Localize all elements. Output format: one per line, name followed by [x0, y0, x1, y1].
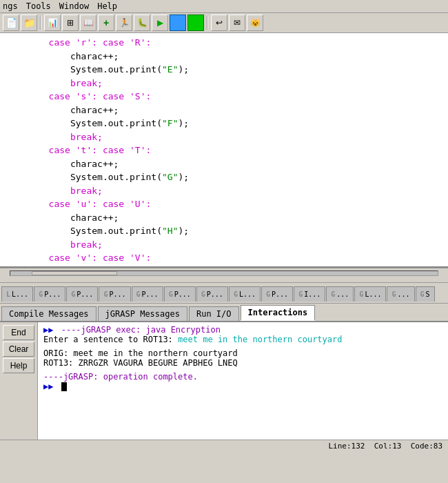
- play-btn[interactable]: ▶: [152, 14, 168, 31]
- file-tabs: LL... GP... GP... GP... GP... GP... GP..…: [0, 283, 448, 304]
- smile-btn[interactable]: 😺: [247, 14, 263, 31]
- cursor-blink: [61, 382, 67, 391]
- input-text: meet me in the northern courtyard: [178, 335, 342, 344]
- menu-help[interactable]: Help: [97, 1, 117, 11]
- file-tab-1[interactable]: GP...: [34, 286, 65, 302]
- mail-btn[interactable]: ✉: [229, 14, 245, 31]
- file-tab-5[interactable]: GP...: [164, 286, 196, 302]
- file-tab-4[interactable]: GP...: [132, 286, 163, 302]
- help-button[interactable]: Help: [3, 358, 34, 373]
- arrow-icon-1: ▶▶: [43, 325, 53, 335]
- status-bar: Line:132 Col:13 Code:83: [0, 440, 448, 452]
- file-tab-11[interactable]: GL...: [354, 286, 386, 302]
- rot13-text: ROT13: ZRRGZR VAGURA BEGURE APBHEG LNEQ: [43, 358, 238, 368]
- horiz-scrollbar[interactable]: [0, 268, 448, 277]
- orig-text: ORIG: meet me in the northern courtyard: [43, 348, 238, 358]
- file-tab-9[interactable]: GI...: [294, 286, 325, 302]
- console-sidebar: End Clear Help: [0, 322, 38, 440]
- open-file-btn[interactable]: 📁: [21, 14, 37, 31]
- file-tab-10[interactable]: G...: [326, 286, 354, 302]
- prompt-text: Enter a sentence to ROT13:: [43, 335, 178, 344]
- console-rot13-line: ROT13: ZRRGZR VAGURA BEGURE APBHEG LNEQ: [43, 358, 442, 368]
- file-tab-6[interactable]: GP...: [196, 286, 228, 302]
- status-line: Line:132: [328, 442, 365, 451]
- file-tab-8[interactable]: GP...: [261, 286, 293, 302]
- status-code: Code:83: [411, 442, 442, 451]
- arrow-icon-2: ▶▶: [43, 382, 53, 391]
- menu-ngs[interactable]: ngs: [3, 1, 18, 11]
- complete-text: ----jGRASP: operation complete.: [43, 372, 198, 382]
- book-btn[interactable]: 📖: [80, 14, 96, 31]
- code-content: case 'r': case 'R': charac++; System.out…: [6, 36, 442, 268]
- file-tab-0[interactable]: LL...: [1, 286, 33, 302]
- person-btn[interactable]: 🏃: [116, 14, 132, 31]
- status-col: Col:13: [374, 442, 402, 451]
- add-btn[interactable]: +: [98, 14, 114, 31]
- console-orig-line: ORIG: meet me in the northern courtyard: [43, 348, 442, 358]
- bug-btn[interactable]: 🐛: [134, 14, 150, 31]
- rect-btn[interactable]: [170, 14, 186, 31]
- grid-btn[interactable]: ⊞: [62, 14, 79, 31]
- menu-tools[interactable]: Tools: [26, 1, 51, 11]
- horiz-scroll-track[interactable]: [10, 270, 438, 276]
- horiz-scroll-thumb[interactable]: [32, 271, 117, 275]
- console-panel: End Clear Help ▶▶ ----jGRASP exec: java …: [0, 322, 448, 440]
- clear-button[interactable]: Clear: [3, 342, 34, 357]
- tab-run-io[interactable]: Run I/O: [189, 306, 239, 321]
- console-prompt-line: Enter a sentence to ROT13: meet me in th…: [43, 335, 442, 344]
- menubar: ngs Tools Window Help: [0, 0, 448, 13]
- tab-compile-messages[interactable]: Compile Messages: [1, 306, 96, 321]
- bottom-tabs: Compile Messages jGRASP Messages Run I/O…: [0, 304, 448, 322]
- menu-window[interactable]: Window: [59, 1, 89, 11]
- code-editor[interactable]: case 'r': case 'R': charac++; System.out…: [0, 33, 448, 268]
- exec-text: ----jGRASP exec: java Encryption: [61, 325, 221, 335]
- green-btn[interactable]: [187, 14, 204, 31]
- toolbar: 📄 📁 📊 ⊞ 📖 + 🏃 🐛 ▶ ↩ ✉ 😺: [0, 13, 448, 33]
- new-file-btn[interactable]: 📄: [3, 14, 19, 31]
- file-tab-7[interactable]: GL...: [229, 286, 261, 302]
- console-complete-line: ----jGRASP: operation complete.: [43, 372, 442, 382]
- file-tab-3[interactable]: GP...: [99, 286, 130, 302]
- console-output[interactable]: ▶▶ ----jGRASP exec: java Encryption Ente…: [38, 322, 448, 440]
- undo-btn[interactable]: ↩: [211, 14, 227, 31]
- end-button[interactable]: End: [3, 325, 34, 340]
- console-exec-line: ▶▶ ----jGRASP exec: java Encryption: [43, 325, 442, 335]
- file-tab-13[interactable]: GS: [416, 286, 435, 302]
- file-tab-2[interactable]: GP...: [66, 286, 98, 302]
- toolbar-separator-1: [40, 16, 41, 30]
- console-input-line: ▶▶: [43, 382, 442, 391]
- bar-chart-btn[interactable]: 📊: [44, 14, 61, 31]
- tab-jgrasp-messages[interactable]: jGRASP Messages: [98, 306, 187, 321]
- file-tab-12[interactable]: G...: [387, 286, 414, 302]
- tab-interactions[interactable]: Interactions: [241, 305, 316, 321]
- toolbar-separator-2: [207, 16, 208, 30]
- panel-separator: [0, 277, 448, 283]
